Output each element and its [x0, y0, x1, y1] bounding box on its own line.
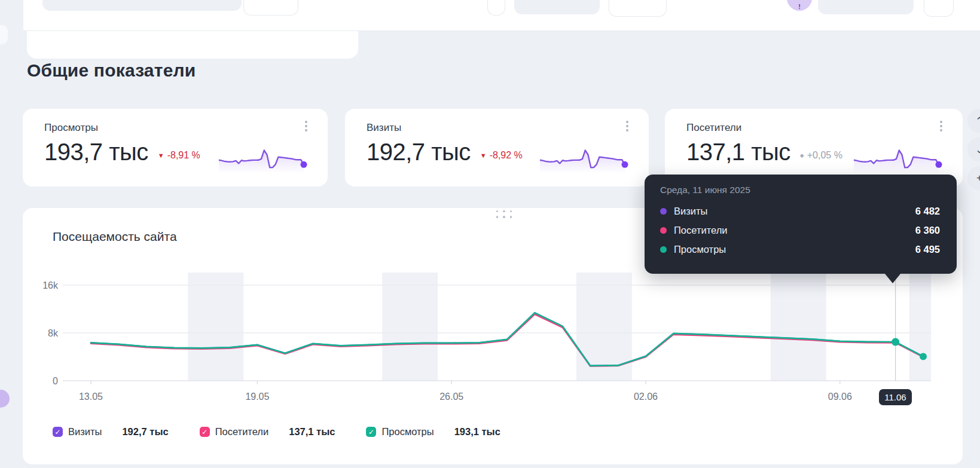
toolbar-segment[interactable] [818, 0, 914, 14]
sparkline-chart [216, 146, 312, 175]
tooltip-tail [885, 274, 900, 283]
legend-label: Просмотры [381, 426, 433, 438]
add-widget-button[interactable]: + [967, 166, 980, 190]
chevron-down-icon: ⌄ [975, 143, 980, 156]
scroll-down-button[interactable]: ⌄ [967, 137, 980, 161]
drag-handle-icon[interactable] [495, 209, 513, 219]
arrow-down-icon: ▼ [480, 152, 487, 159]
metric-card-views: Просмотры 193,7 тыс ▼-8,91 % [23, 109, 328, 186]
open-panel-bottom [27, 31, 358, 59]
arrow-down-icon: ▼ [158, 152, 164, 159]
kebab-menu-icon[interactable] [936, 121, 946, 136]
legend-value: 192,7 тыс [122, 426, 168, 438]
metric-label: Просмотры [44, 122, 98, 134]
legend-label: Визиты [68, 426, 102, 438]
toolbar-button[interactable] [243, 0, 298, 16]
tooltip-label: Просмотры [674, 244, 915, 255]
metric-label: Визиты [367, 122, 401, 134]
kebab-menu-icon[interactable] [622, 121, 632, 136]
tooltip-value: 6 360 [915, 225, 940, 236]
scroll-up-button[interactable]: ⌃ [967, 109, 980, 133]
metric-change: -8,92 % [490, 150, 523, 161]
series-dot-visits [660, 208, 667, 215]
legend-label: Посетители [215, 426, 269, 438]
toolbar-button[interactable] [609, 0, 667, 17]
tooltip-value: 6 495 [915, 244, 940, 255]
diamond-icon: ◆ [800, 152, 804, 158]
kebab-menu-icon[interactable] [301, 121, 311, 136]
bell-icon: ! [787, 3, 812, 10]
metric-label: Посетители [686, 122, 741, 134]
toolbar-button[interactable] [924, 0, 954, 17]
series-dot-visitors [660, 227, 667, 234]
notification-button[interactable]: ! [787, 0, 812, 11]
chart-title: Посещаемость сайта [53, 230, 177, 244]
legend-value: 137,1 тыс [289, 426, 335, 438]
plus-icon: + [976, 172, 980, 184]
metric-value: 137,1 тыс [686, 139, 790, 166]
tooltip-row: Просмотры 6 495 [660, 240, 940, 259]
selected-date-badge: 11.06 [879, 389, 912, 405]
tooltip-label: Посетители [674, 225, 915, 236]
chart-legend: ✓ Визиты 192,7 тыс ✓ Посетители 137,1 ты… [53, 426, 532, 438]
tooltip-value: 6 482 [915, 206, 940, 217]
chart-tooltip: Среда, 11 июня 2025 Визиты 6 482 Посетит… [645, 175, 957, 274]
series-dot-pageviews [660, 246, 667, 253]
top-toolbar: ! [23, 0, 980, 31]
toolbar-segment[interactable] [514, 0, 600, 14]
metric-value: 192,7 тыс [367, 139, 471, 166]
metric-change: +0,05 % [807, 150, 842, 161]
tooltip-row: Визиты 6 482 [660, 201, 940, 221]
chevron-up-icon: ⌃ [975, 115, 980, 127]
metric-value: 193,7 тыс [44, 139, 148, 166]
metric-card-visits: Визиты 192,7 тыс ▼-8,92 % [345, 109, 649, 186]
sparkline-chart [851, 146, 947, 175]
left-edge-tab [0, 25, 8, 44]
checkbox-visitors[interactable]: ✓ [200, 427, 210, 437]
checkbox-pageviews[interactable]: ✓ [366, 427, 376, 437]
sparkline-chart [538, 146, 633, 175]
section-title: Общие показатели [27, 60, 196, 81]
toolbar-button[interactable] [487, 0, 505, 16]
tooltip-label: Визиты [674, 206, 915, 217]
metric-change: -8,91 % [167, 150, 200, 161]
checkbox-visits[interactable]: ✓ [53, 427, 63, 437]
tooltip-row: Посетители 6 360 [660, 221, 940, 240]
tooltip-date: Среда, 11 июня 2025 [660, 185, 940, 195]
toolbar-filter-pill[interactable] [42, 0, 242, 11]
left-edge-decoration [0, 390, 10, 408]
legend-value: 193,1 тыс [454, 426, 500, 438]
